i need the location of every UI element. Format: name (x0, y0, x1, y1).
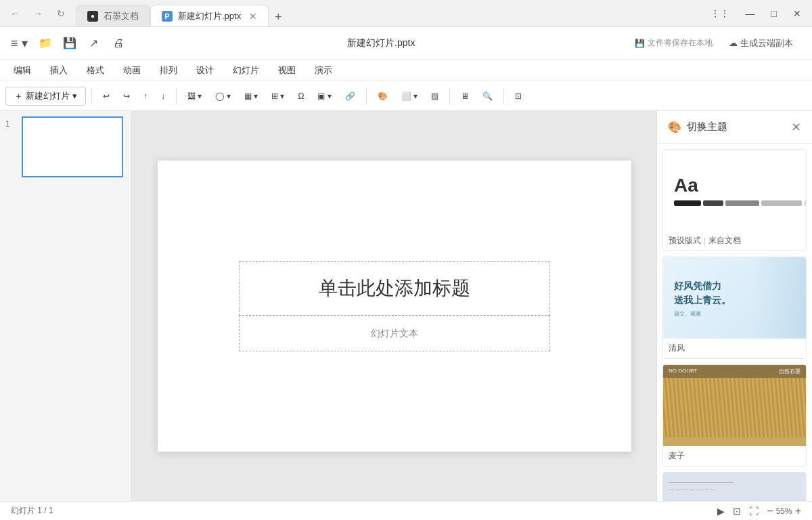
menu-icon[interactable]: ⋮⋮ (705, 5, 735, 22)
new-tab-button[interactable]: + (269, 7, 288, 26)
file-action-buttons: 📁 💾 ↗ 🖨 (36, 34, 128, 53)
theme-fourth-card[interactable]: ———————————— — — — — — — — ? (662, 472, 807, 501)
app-menu-button[interactable]: ≡ ▾ (11, 36, 28, 51)
menu-animation[interactable]: 动画 (115, 62, 149, 79)
tab-home[interactable]: ● 石墨文档 (76, 5, 150, 26)
zoom-in-button[interactable]: + (795, 505, 801, 517)
theme-default-sep: | (704, 236, 706, 246)
tab-file[interactable]: P 新建幻灯片.pptx ✕ (150, 5, 269, 26)
menu-slide[interactable]: 幻灯片 (225, 62, 267, 79)
slide-preview-image[interactable] (22, 116, 123, 177)
color-icon: 🎨 (378, 91, 388, 101)
slide-title-box[interactable]: 单击此处添加标题 (239, 261, 550, 316)
move-down-button[interactable]: ↓ (156, 85, 171, 107)
fit-button[interactable]: ⊡ (510, 85, 527, 107)
menu-design[interactable]: 设计 (188, 62, 222, 79)
forward-button[interactable]: → (28, 4, 47, 23)
ribbon-separator-4 (449, 88, 450, 104)
browser-nav: ← → ↻ (5, 4, 70, 23)
textbox-button[interactable]: ▣ ▾ (312, 85, 336, 107)
menu-arrange[interactable]: 排列 (152, 62, 185, 79)
bar-3 (725, 200, 759, 206)
redo-button[interactable]: ↪ (118, 85, 135, 107)
minimize-button[interactable]: — (740, 5, 761, 22)
image-icon: 🖼 ▾ (187, 91, 202, 101)
grid-button[interactable]: ⊞ ▾ (266, 85, 290, 107)
close-window-button[interactable]: ✕ (788, 5, 807, 22)
slide-panel: 1 (0, 111, 132, 501)
cloud-icon: ☁ (729, 38, 738, 48)
theme-qingfeng-card[interactable]: 好风凭借力 送我上青云。 题立、藏藏 清风 (662, 257, 807, 359)
refresh-button[interactable]: ↻ (51, 4, 70, 23)
status-right: ▶ ⊡ ⛶ − 55% + (717, 505, 801, 517)
symbol-icon: Ω (298, 91, 304, 101)
slide-subtitle-box[interactable]: 幻灯片文本 (239, 316, 550, 351)
ribbon-separator-5 (503, 88, 504, 104)
qingfeng-main-text: 好风凭借力 送我上青云。 (674, 279, 731, 307)
tab-close-button[interactable]: ✕ (249, 11, 257, 22)
fill-button[interactable]: ▨ (426, 85, 444, 107)
undo-button[interactable]: ↩ (97, 85, 115, 107)
menu-present[interactable]: 演示 (307, 62, 340, 79)
grid-icon: ⊞ ▾ (271, 91, 284, 101)
box-button[interactable]: ⬜ ▾ (396, 85, 423, 107)
browser-actions: ⋮⋮ — □ ✕ (705, 5, 807, 22)
slide-subtitle-placeholder: 幻灯片文本 (371, 328, 418, 339)
search-button[interactable]: 🔍 (477, 85, 498, 107)
theme-maizi-card[interactable]: NO DOUBT 自然石墨 麦子 (662, 364, 807, 467)
link-button[interactable]: 🔗 (340, 85, 361, 107)
theme-fourth-preview: ———————————— — — — — — — — ? (663, 473, 806, 501)
color-button[interactable]: 🎨 (372, 85, 393, 107)
move-up-button[interactable]: ↑ (138, 85, 153, 107)
fill-icon: ▨ (431, 91, 438, 101)
status-icon: 💾 (635, 39, 645, 48)
theme-panel-icon: 🎨 (668, 121, 681, 133)
symbol-button[interactable]: Ω (292, 85, 309, 107)
bar-1 (674, 200, 701, 206)
box-icon: ⬜ ▾ (401, 91, 418, 101)
qingfeng-sub-text: 题立、藏藏 (674, 310, 701, 318)
open-folder-button[interactable]: 📁 (36, 34, 55, 53)
menu-format[interactable]: 格式 (78, 62, 112, 79)
new-slide-button[interactable]: ＋ 新建幻灯片 ▾ (5, 87, 86, 106)
tab-home-label: 石墨文档 (104, 10, 139, 22)
theme-default-label: 预设版式 | 来自文档 (663, 231, 806, 251)
fit-screen-button[interactable]: ⊡ (733, 506, 741, 517)
zoom-out-button[interactable]: − (767, 505, 773, 517)
tab-home-icon: ● (87, 11, 98, 22)
theme-panel-close-button[interactable]: ✕ (791, 120, 801, 135)
slide-number: 1 (5, 119, 16, 129)
zoom-level: 55% (776, 506, 792, 516)
back-button[interactable]: ← (5, 4, 24, 23)
ribbon-separator-2 (176, 88, 177, 104)
tab-file-icon: P (162, 11, 173, 22)
slide-info: 幻灯片 1 / 1 (11, 505, 53, 517)
print-button[interactable]: 🖨 (109, 34, 128, 53)
fullscreen-button[interactable]: ⛶ (749, 506, 759, 517)
menu-edit[interactable]: 编辑 (5, 62, 39, 79)
cloud-copy-button[interactable]: ☁ 生成云端副本 (721, 35, 801, 52)
theme-default-card[interactable]: Aa 预设版式 | 来自文档 (662, 149, 807, 251)
screen-button[interactable]: 🖥 (455, 85, 474, 107)
theme-default-sublabel: 来自文档 (708, 235, 741, 246)
fourth-text: ———————————— — — — — — — — (669, 478, 734, 493)
search-icon: 🔍 (482, 91, 493, 101)
theme-qingfeng-label: 清风 (663, 339, 806, 358)
menu-insert[interactable]: 插入 (42, 62, 76, 79)
save-button[interactable]: 💾 (60, 34, 79, 53)
fit-icon: ⊡ (515, 91, 522, 101)
maizi-wheat-image (663, 378, 806, 437)
maximize-button[interactable]: □ (766, 5, 782, 22)
bar-4 (761, 200, 802, 206)
slide-canvas[interactable]: 单击此处添加标题 幻灯片文本 (158, 160, 631, 452)
export-button[interactable]: ↗ (85, 34, 104, 53)
present-button[interactable]: ▶ (717, 506, 725, 517)
slide-thumbnail-1[interactable]: 1 (5, 116, 126, 177)
shape-button[interactable]: ◯ ▾ (210, 85, 235, 107)
table-button[interactable]: ▦ ▾ (239, 85, 263, 107)
image-button[interactable]: 🖼 ▾ (182, 85, 207, 107)
theme-panel: 🎨 切换主题 ✕ Aa 预设版式 (656, 111, 812, 501)
menu-view[interactable]: 视图 (270, 62, 304, 79)
ribbon: ＋ 新建幻灯片 ▾ ↩ ↪ ↑ ↓ 🖼 ▾ ◯ ▾ ▦ ▾ ⊞ ▾ Ω ▣ ▾ … (0, 81, 812, 111)
menu-bar: 编辑 插入 格式 动画 排列 设计 幻灯片 视图 演示 (0, 60, 812, 81)
